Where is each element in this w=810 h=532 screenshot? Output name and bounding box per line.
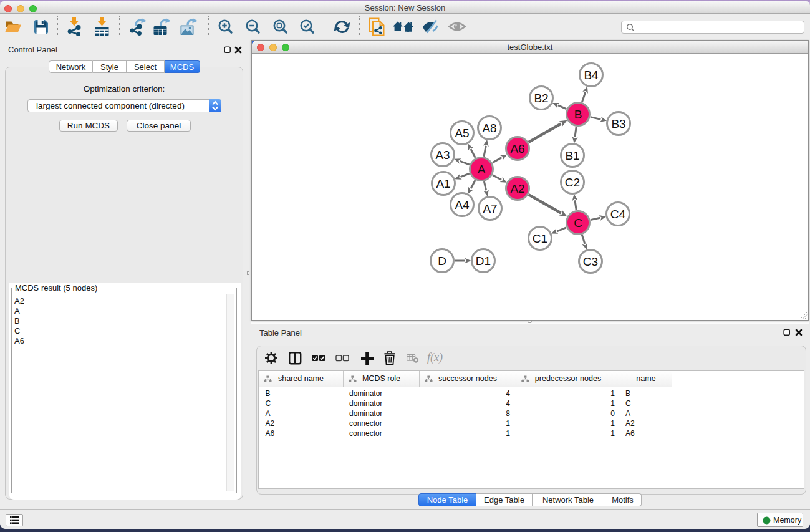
svg-text:B: B — [574, 108, 582, 121]
svg-text:A8: A8 — [482, 122, 496, 135]
svg-text:A5: A5 — [455, 127, 469, 140]
svg-text:A4: A4 — [455, 198, 470, 211]
svg-text:C1: C1 — [533, 232, 547, 245]
svg-text:C2: C2 — [565, 176, 580, 189]
svg-text:A: A — [478, 163, 486, 176]
svg-text:A7: A7 — [483, 202, 497, 215]
svg-text:D: D — [438, 254, 446, 268]
svg-text:B2: B2 — [534, 92, 548, 105]
svg-text:B3: B3 — [611, 117, 625, 130]
svg-text:B1: B1 — [565, 149, 579, 162]
svg-text:C: C — [574, 216, 582, 230]
svg-text:A6: A6 — [510, 142, 524, 155]
svg-text:B4: B4 — [584, 69, 599, 82]
svg-text:A2: A2 — [510, 182, 524, 195]
svg-text:A3: A3 — [435, 148, 450, 162]
svg-text:C4: C4 — [610, 208, 626, 221]
svg-text:A1: A1 — [436, 177, 450, 190]
svg-text:C3: C3 — [583, 255, 598, 268]
svg-text:D1: D1 — [476, 254, 491, 268]
